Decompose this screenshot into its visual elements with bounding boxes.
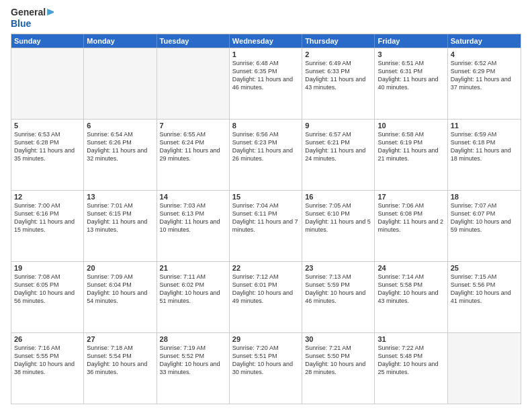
day-number: 1 bbox=[232, 50, 299, 58]
day-number: 2 bbox=[305, 50, 371, 58]
day-number: 18 bbox=[451, 193, 518, 201]
cell-details: Sunrise: 7:11 AM Sunset: 6:02 PM Dayligh… bbox=[160, 273, 226, 306]
calendar-cell-4-6 bbox=[448, 333, 521, 404]
weekday-header-saturday: Saturday bbox=[448, 34, 521, 48]
cell-details: Sunrise: 7:03 AM Sunset: 6:13 PM Dayligh… bbox=[160, 201, 226, 234]
cell-details: Sunrise: 7:05 AM Sunset: 6:10 PM Dayligh… bbox=[305, 201, 371, 234]
calendar-cell-3-2: 21Sunrise: 7:11 AM Sunset: 6:02 PM Dayli… bbox=[157, 262, 230, 332]
logo: General Blue bbox=[11, 7, 54, 30]
calendar-cell-1-4: 9Sunrise: 6:57 AM Sunset: 6:21 PM Daylig… bbox=[302, 120, 375, 190]
day-number: 4 bbox=[451, 50, 518, 58]
calendar-body: 1Sunrise: 6:48 AM Sunset: 6:35 PM Daylig… bbox=[11, 48, 521, 404]
day-number: 23 bbox=[305, 264, 371, 272]
calendar-cell-3-6: 25Sunrise: 7:15 AM Sunset: 5:56 PM Dayli… bbox=[448, 262, 521, 332]
cell-details: Sunrise: 6:51 AM Sunset: 6:31 PM Dayligh… bbox=[378, 59, 444, 92]
cell-details: Sunrise: 7:20 AM Sunset: 5:51 PM Dayligh… bbox=[232, 344, 299, 377]
cell-details: Sunrise: 7:21 AM Sunset: 5:50 PM Dayligh… bbox=[305, 344, 371, 377]
cell-details: Sunrise: 7:01 AM Sunset: 6:15 PM Dayligh… bbox=[87, 201, 153, 234]
calendar-cell-3-5: 24Sunrise: 7:14 AM Sunset: 5:58 PM Dayli… bbox=[375, 262, 447, 332]
day-number: 8 bbox=[232, 122, 299, 130]
weekday-header-friday: Friday bbox=[375, 34, 447, 48]
day-number: 22 bbox=[232, 264, 299, 272]
calendar-cell-0-5: 3Sunrise: 6:51 AM Sunset: 6:31 PM Daylig… bbox=[375, 48, 447, 119]
calendar-cell-0-3: 1Sunrise: 6:48 AM Sunset: 6:35 PM Daylig… bbox=[230, 48, 302, 119]
day-number: 15 bbox=[232, 193, 299, 201]
logo-blue-text: Blue bbox=[11, 18, 54, 30]
cell-details: Sunrise: 6:54 AM Sunset: 6:26 PM Dayligh… bbox=[87, 130, 153, 163]
day-number: 10 bbox=[378, 122, 444, 130]
day-number: 6 bbox=[87, 122, 153, 130]
calendar-cell-2-4: 16Sunrise: 7:05 AM Sunset: 6:10 PM Dayli… bbox=[302, 191, 375, 261]
calendar-cell-4-4: 30Sunrise: 7:21 AM Sunset: 5:50 PM Dayli… bbox=[302, 333, 375, 404]
day-number: 28 bbox=[160, 335, 226, 343]
day-number: 19 bbox=[14, 264, 81, 272]
calendar-cell-4-1: 27Sunrise: 7:18 AM Sunset: 5:54 PM Dayli… bbox=[84, 333, 157, 404]
calendar-row-2: 12Sunrise: 7:00 AM Sunset: 6:16 PM Dayli… bbox=[11, 190, 521, 261]
cell-details: Sunrise: 6:48 AM Sunset: 6:35 PM Dayligh… bbox=[232, 59, 299, 92]
day-number: 31 bbox=[378, 335, 444, 343]
day-number: 25 bbox=[451, 264, 518, 272]
day-number: 9 bbox=[305, 122, 371, 130]
calendar-cell-3-0: 19Sunrise: 7:08 AM Sunset: 6:05 PM Dayli… bbox=[11, 262, 84, 332]
day-number: 12 bbox=[14, 193, 81, 201]
calendar-cell-4-5: 31Sunrise: 7:22 AM Sunset: 5:48 PM Dayli… bbox=[375, 333, 447, 404]
day-number: 16 bbox=[305, 193, 371, 201]
cell-details: Sunrise: 7:18 AM Sunset: 5:54 PM Dayligh… bbox=[87, 344, 153, 377]
calendar-cell-1-5: 10Sunrise: 6:58 AM Sunset: 6:19 PM Dayli… bbox=[375, 120, 447, 190]
day-number: 24 bbox=[378, 264, 444, 272]
calendar-cell-2-3: 15Sunrise: 7:04 AM Sunset: 6:11 PM Dayli… bbox=[230, 191, 302, 261]
weekday-header-thursday: Thursday bbox=[302, 34, 375, 48]
day-number: 14 bbox=[160, 193, 226, 201]
day-number: 26 bbox=[14, 335, 81, 343]
calendar-cell-3-1: 20Sunrise: 7:09 AM Sunset: 6:04 PM Dayli… bbox=[84, 262, 157, 332]
day-number: 5 bbox=[14, 122, 81, 130]
cell-details: Sunrise: 7:14 AM Sunset: 5:58 PM Dayligh… bbox=[378, 273, 444, 306]
cell-details: Sunrise: 6:58 AM Sunset: 6:19 PM Dayligh… bbox=[378, 130, 444, 163]
day-number: 17 bbox=[378, 193, 444, 201]
cell-details: Sunrise: 7:22 AM Sunset: 5:48 PM Dayligh… bbox=[378, 344, 444, 377]
calendar-cell-3-3: 22Sunrise: 7:12 AM Sunset: 6:01 PM Dayli… bbox=[230, 262, 302, 332]
calendar-cell-1-1: 6Sunrise: 6:54 AM Sunset: 6:26 PM Daylig… bbox=[84, 120, 157, 190]
calendar-header: SundayMondayTuesdayWednesdayThursdayFrid… bbox=[11, 34, 521, 48]
cell-details: Sunrise: 6:57 AM Sunset: 6:21 PM Dayligh… bbox=[305, 130, 371, 163]
weekday-header-tuesday: Tuesday bbox=[157, 34, 230, 48]
calendar-cell-4-0: 26Sunrise: 7:16 AM Sunset: 5:55 PM Dayli… bbox=[11, 333, 84, 404]
weekday-header-monday: Monday bbox=[84, 34, 157, 48]
page-header: General Blue bbox=[11, 7, 521, 30]
calendar-cell-0-1 bbox=[84, 48, 157, 119]
weekday-header-wednesday: Wednesday bbox=[230, 34, 302, 48]
calendar-cell-2-5: 17Sunrise: 7:06 AM Sunset: 6:08 PM Dayli… bbox=[375, 191, 447, 261]
cell-details: Sunrise: 7:08 AM Sunset: 6:05 PM Dayligh… bbox=[14, 273, 81, 306]
calendar-cell-4-2: 28Sunrise: 7:19 AM Sunset: 5:52 PM Dayli… bbox=[157, 333, 230, 404]
weekday-header-sunday: Sunday bbox=[11, 34, 84, 48]
calendar-row-1: 5Sunrise: 6:53 AM Sunset: 6:28 PM Daylig… bbox=[11, 119, 521, 190]
day-number: 7 bbox=[160, 122, 226, 130]
calendar-cell-2-2: 14Sunrise: 7:03 AM Sunset: 6:13 PM Dayli… bbox=[157, 191, 230, 261]
calendar-cell-1-3: 8Sunrise: 6:56 AM Sunset: 6:23 PM Daylig… bbox=[230, 120, 302, 190]
day-number: 11 bbox=[451, 122, 518, 130]
day-number: 21 bbox=[160, 264, 226, 272]
calendar-cell-2-6: 18Sunrise: 7:07 AM Sunset: 6:07 PM Dayli… bbox=[448, 191, 521, 261]
calendar: SundayMondayTuesdayWednesdayThursdayFrid… bbox=[11, 34, 521, 404]
cell-details: Sunrise: 7:04 AM Sunset: 6:11 PM Dayligh… bbox=[232, 201, 299, 234]
calendar-row-0: 1Sunrise: 6:48 AM Sunset: 6:35 PM Daylig… bbox=[11, 48, 521, 119]
cell-details: Sunrise: 7:09 AM Sunset: 6:04 PM Dayligh… bbox=[87, 273, 153, 306]
calendar-cell-3-4: 23Sunrise: 7:13 AM Sunset: 5:59 PM Dayli… bbox=[302, 262, 375, 332]
cell-details: Sunrise: 7:07 AM Sunset: 6:07 PM Dayligh… bbox=[451, 201, 518, 234]
logo-icon bbox=[47, 9, 54, 15]
cell-details: Sunrise: 7:00 AM Sunset: 6:16 PM Dayligh… bbox=[14, 201, 81, 234]
calendar-row-3: 19Sunrise: 7:08 AM Sunset: 6:05 PM Dayli… bbox=[11, 261, 521, 332]
calendar-cell-1-2: 7Sunrise: 6:55 AM Sunset: 6:24 PM Daylig… bbox=[157, 120, 230, 190]
day-number: 20 bbox=[87, 264, 153, 272]
day-number: 29 bbox=[232, 335, 299, 343]
day-number: 27 bbox=[87, 335, 153, 343]
cell-details: Sunrise: 6:56 AM Sunset: 6:23 PM Dayligh… bbox=[232, 130, 299, 163]
cell-details: Sunrise: 7:19 AM Sunset: 5:52 PM Dayligh… bbox=[160, 344, 226, 377]
logo-general-text: General bbox=[11, 7, 46, 17]
calendar-cell-4-3: 29Sunrise: 7:20 AM Sunset: 5:51 PM Dayli… bbox=[230, 333, 302, 404]
cell-details: Sunrise: 6:55 AM Sunset: 6:24 PM Dayligh… bbox=[160, 130, 226, 163]
calendar-cell-0-6: 4Sunrise: 6:52 AM Sunset: 6:29 PM Daylig… bbox=[448, 48, 521, 119]
cell-details: Sunrise: 7:13 AM Sunset: 5:59 PM Dayligh… bbox=[305, 273, 371, 306]
cell-details: Sunrise: 7:12 AM Sunset: 6:01 PM Dayligh… bbox=[232, 273, 299, 306]
calendar-cell-2-1: 13Sunrise: 7:01 AM Sunset: 6:15 PM Dayli… bbox=[84, 191, 157, 261]
